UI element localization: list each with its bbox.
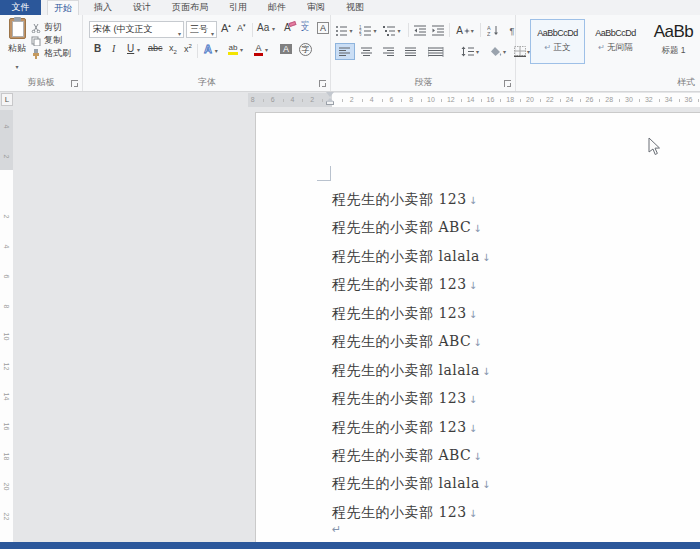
paragraph-mark: ↓ <box>469 195 477 206</box>
style-card-无间隔[interactable]: AaBbCcDd↵ 无间隔 <box>588 19 643 64</box>
font-color-bar <box>254 53 263 56</box>
document-line[interactable]: 程先生的小卖部 123↓ <box>332 384 700 412</box>
svg-text:3: 3 <box>359 33 362 36</box>
tab-设计[interactable]: 设计 <box>127 0 157 15</box>
mouse-cursor <box>648 137 661 156</box>
shading-button[interactable]: ▾ <box>487 43 509 60</box>
increase-indent-icon <box>432 25 444 36</box>
bullets-button[interactable]: ▾ <box>334 22 354 39</box>
horizontal-ruler[interactable]: 86422468101214161820222426283032343638 <box>248 93 700 107</box>
decrease-indent-button[interactable] <box>412 22 428 39</box>
left-indent-marker[interactable] <box>326 101 334 105</box>
font-color-button[interactable]: A <box>254 43 263 56</box>
document-line[interactable]: 程先生的小卖部 123↓ <box>332 299 700 327</box>
paragraph-mark: ↓ <box>473 337 481 348</box>
paragraph-mark: ↓ <box>473 223 481 234</box>
document-line[interactable]: 程先生的小卖部 123↓ <box>332 185 700 213</box>
text-effects-button[interactable]: A ▾ <box>204 43 218 55</box>
align-right-button[interactable] <box>379 43 399 60</box>
distribute-button[interactable] <box>423 43 449 60</box>
bold-button[interactable]: B <box>94 43 101 54</box>
cut-label: 剪切 <box>44 21 62 34</box>
document-line[interactable]: 程先生的小卖部 123↓ <box>332 498 700 526</box>
paragraph-mark: ↓ <box>469 280 477 291</box>
line-spacing-icon <box>461 46 475 57</box>
paragraph-mark: ↓ <box>469 423 477 434</box>
document-line[interactable]: 程先生的小卖部 lalala↓ <box>332 242 700 270</box>
chevron-down-icon[interactable]: ▾ <box>240 47 243 53</box>
tab-引用[interactable]: 引用 <box>223 0 253 15</box>
scissors-icon <box>31 23 41 33</box>
shrink-font-button[interactable]: A▾ <box>237 22 246 33</box>
tab-插入[interactable]: 插入 <box>88 0 118 15</box>
vertical-ruler[interactable]: 4224681012141618202224 <box>0 110 13 549</box>
chevron-down-icon: ▾ <box>178 27 181 38</box>
align-center-button[interactable] <box>357 43 377 60</box>
style-card-标题 1[interactable]: AaBb 标题 1 <box>646 19 700 64</box>
document-line[interactable]: 程先生的小卖部 lalala↓ <box>332 356 700 384</box>
align-left-button[interactable] <box>335 43 355 60</box>
font-name-combo[interactable]: 宋体 (中文正文 ▾ <box>89 21 184 38</box>
justify-button[interactable] <box>401 43 421 60</box>
chevron-down-icon[interactable]: ▾ <box>265 47 268 53</box>
document-line[interactable]: 程先生的小卖部 ABC↓ <box>332 213 700 241</box>
document-line[interactable]: 程先生的小卖部 123↓ <box>332 270 700 298</box>
tab-开始[interactable]: 开始 <box>47 0 79 15</box>
tab-视图[interactable]: 视图 <box>340 0 370 15</box>
asian-layout-button[interactable]: A ▾ <box>453 22 477 39</box>
strikethrough-button[interactable]: abc <box>148 43 163 53</box>
enclose-characters-button[interactable]: 字 <box>299 43 312 56</box>
highlight-color-button[interactable]: ab <box>228 43 238 55</box>
format-painter-button[interactable]: 格式刷 <box>31 47 71 60</box>
tab-file[interactable]: 文件 <box>0 0 41 15</box>
document-line[interactable]: 程先生的小卖部 123↓ <box>332 413 700 441</box>
format-painter-label: 格式刷 <box>44 47 71 60</box>
change-case-button[interactable]: Aa ▾ <box>257 22 275 33</box>
multilevel-list-button[interactable]: ▾ <box>382 22 402 39</box>
multilevel-list-icon <box>383 25 396 36</box>
font-dialog-launcher-icon[interactable] <box>319 80 326 87</box>
document-line[interactable]: 程先生的小卖部 ABC↓ <box>332 441 700 469</box>
tab-selector[interactable]: L <box>1 93 13 106</box>
phonetic-guide-button[interactable]: wén文 <box>301 20 309 32</box>
first-line-indent-marker[interactable] <box>326 92 334 97</box>
font-name-value: 宋体 (中文正文 <box>93 24 153 34</box>
underline-button[interactable]: U <box>127 43 134 54</box>
chevron-down-icon[interactable]: ▾ <box>137 47 140 53</box>
superscript-button[interactable]: x2 <box>184 43 192 54</box>
clear-formatting-button[interactable]: A <box>284 22 296 33</box>
pilcrow-icon: ¶ <box>510 26 515 36</box>
font-size-combo[interactable]: 三号 ▾ <box>186 21 217 38</box>
numbering-button[interactable]: 123▾ <box>358 22 378 39</box>
tab-页面布局[interactable]: 页面布局 <box>166 0 214 15</box>
font-size-value: 三号 <box>190 24 208 34</box>
align-center-icon <box>361 47 373 57</box>
tab-邮件[interactable]: 邮件 <box>262 0 292 15</box>
subscript-button[interactable]: x2 <box>169 43 177 55</box>
paragraph-dialog-launcher-icon[interactable] <box>504 80 511 87</box>
grow-font-button[interactable]: A▴ <box>221 22 231 34</box>
clipboard-group-label: 剪贴板 <box>0 76 82 89</box>
style-card-正文[interactable]: AaBbCcDd↵ 正文 <box>530 19 585 64</box>
character-shading-button[interactable]: A <box>280 43 292 54</box>
character-border-button[interactable]: A <box>317 22 329 33</box>
ribbon-home: 粘贴 ▾ 剪切 复制 格式刷 剪贴板 宋体 (中文正文 ▾ 三号 ▾ A▴ A▾ <box>0 15 700 92</box>
text-boundary-corner-mark <box>317 180 331 181</box>
tab-审阅[interactable]: 审阅 <box>301 0 331 15</box>
sort-button[interactable]: AZ <box>484 22 502 39</box>
cut-button[interactable]: 剪切 <box>31 21 62 34</box>
clipboard-dialog-launcher-icon[interactable] <box>71 80 78 87</box>
document-text[interactable]: 程先生的小卖部 123↓程先生的小卖部 ABC↓程先生的小卖部 lalala↓程… <box>332 185 700 526</box>
paste-button[interactable]: 粘贴 ▾ <box>4 18 30 74</box>
document-line[interactable]: 程先生的小卖部 lalala↓ <box>332 469 700 497</box>
paragraph-mark: ↓ <box>482 252 490 263</box>
italic-button[interactable]: I <box>112 43 115 54</box>
line-spacing-button[interactable]: ▾ <box>458 43 482 60</box>
increase-indent-button[interactable] <box>430 22 446 39</box>
bullets-icon <box>335 25 348 36</box>
final-paragraph-mark: ↵ <box>332 523 341 536</box>
status-bar[interactable] <box>0 542 700 549</box>
document-line[interactable]: 程先生的小卖部 ABC↓ <box>332 327 700 355</box>
chevron-down-icon: ▾ <box>15 64 18 70</box>
copy-button[interactable]: 复制 <box>31 34 62 47</box>
